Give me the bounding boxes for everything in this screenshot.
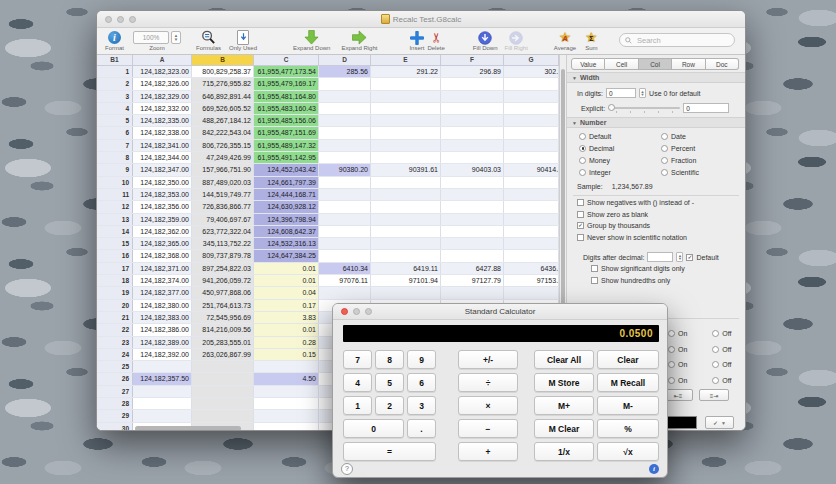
cell-A23[interactable]: 124,182,389.00 <box>133 337 192 348</box>
cell-D10[interactable] <box>319 177 371 188</box>
cell-D8[interactable] <box>319 152 371 163</box>
cell-D6[interactable] <box>319 127 371 138</box>
cell-C4[interactable]: 61,955,483,160.43 <box>254 103 319 114</box>
cell-G2[interactable] <box>504 78 559 89</box>
cell-A13[interactable]: 124,182,359.00 <box>133 214 192 225</box>
cell-C13[interactable]: 124,396,798.94 <box>254 214 319 225</box>
cell-B12[interactable]: 726,836,866.77 <box>192 201 254 212</box>
cell-E16[interactable] <box>371 250 441 261</box>
row-header-21[interactable]: 21 <box>97 312 133 323</box>
cell-E17[interactable]: 6419.11 <box>371 263 441 274</box>
horizontal-scrollbar[interactable] <box>135 426 241 431</box>
cell-C1[interactable]: 61,955,477,173.54 <box>254 66 319 77</box>
cell-C7[interactable]: 61,955,489,147.32 <box>254 140 319 151</box>
radio-default[interactable]: Default <box>579 130 661 142</box>
in-digits-input[interactable]: 0 <box>606 88 636 98</box>
cell-E5[interactable] <box>371 115 441 126</box>
column-header-B[interactable]: B <box>192 55 254 65</box>
off-radio[interactable] <box>712 377 719 384</box>
cell-A20[interactable]: 124,182,380.00 <box>133 300 192 311</box>
cell-A17[interactable]: 124,182,371.00 <box>133 263 192 274</box>
cell-F12[interactable] <box>441 201 504 212</box>
cell-A18[interactable]: 124,182,374.00 <box>133 275 192 286</box>
cell-G14[interactable] <box>504 226 559 237</box>
cell-C19[interactable]: 0.04 <box>254 287 319 298</box>
search-field[interactable] <box>619 33 735 47</box>
cell-F14[interactable] <box>441 226 504 237</box>
radio-button[interactable] <box>661 157 668 164</box>
cell-C12[interactable]: 124,630,928.12 <box>254 201 319 212</box>
checkbox[interactable]: ✓ <box>577 222 584 229</box>
row-header-2[interactable]: 2 <box>97 78 133 89</box>
cell-G8[interactable] <box>504 152 559 163</box>
cell-D1[interactable]: 285.56 <box>319 66 371 77</box>
radio-integer[interactable]: Integer <box>579 166 661 178</box>
average-button[interactable]: ★AAverage <box>554 28 576 51</box>
key-2[interactable]: 2 <box>375 396 404 415</box>
name-box[interactable]: B1 <box>97 55 133 65</box>
cell-D2[interactable] <box>319 78 371 89</box>
cell-A9[interactable]: 124,182,347.00 <box>133 164 192 175</box>
column-header-G[interactable]: G <box>504 55 559 65</box>
width-section-header[interactable]: ▼ Width <box>567 72 745 83</box>
cell-A16[interactable]: 124,182,368.00 <box>133 250 192 261</box>
cell-A12[interactable]: 124,182,356.00 <box>133 201 192 212</box>
checkbox-show-hundredths-only[interactable]: Show hundredths only <box>591 277 685 284</box>
cell-E12[interactable] <box>371 201 441 212</box>
cell-A6[interactable]: 124,182,338.00 <box>133 127 192 138</box>
cell-A7[interactable]: 124,182,341.00 <box>133 140 192 151</box>
cell-E6[interactable] <box>371 127 441 138</box>
cell-G5[interactable] <box>504 115 559 126</box>
row-header-20[interactable]: 20 <box>97 300 133 311</box>
cell-A28[interactable] <box>133 398 192 409</box>
delete-button[interactable]: ✂Delete <box>427 28 444 51</box>
key-sqrt[interactable]: √x <box>597 442 659 461</box>
fill-down-button[interactable]: Fill Down <box>473 28 498 51</box>
radio-percent[interactable]: Percent <box>661 142 741 154</box>
cell-C15[interactable]: 124,532,316.13 <box>254 238 319 249</box>
cell-D5[interactable] <box>319 115 371 126</box>
cell-F11[interactable] <box>441 189 504 200</box>
key-clear-all[interactable]: Clear All <box>534 350 594 369</box>
cell-A4[interactable]: 124,182,332.00 <box>133 103 192 114</box>
checkbox[interactable] <box>577 211 584 218</box>
radio-button[interactable] <box>579 169 586 176</box>
cell-B16[interactable]: 809,737,879.78 <box>192 250 254 261</box>
vertical-scrollbar-thumb[interactable] <box>561 69 565 309</box>
row-header-12[interactable]: 12 <box>97 201 133 212</box>
cell-B14[interactable]: 623,772,322.04 <box>192 226 254 237</box>
cell-F18[interactable]: 97127.79 <box>441 275 504 286</box>
cell-G17[interactable]: 6436.6 <box>504 263 559 274</box>
row-header-16[interactable]: 16 <box>97 250 133 261</box>
cell-G3[interactable] <box>504 91 559 102</box>
cell-B28[interactable] <box>192 398 254 409</box>
row-header-24[interactable]: 24 <box>97 349 133 360</box>
row-header-19[interactable]: 19 <box>97 287 133 298</box>
expand-right-button[interactable]: Expand Right <box>341 28 377 51</box>
cell-E4[interactable] <box>371 103 441 114</box>
indent-increase-button[interactable]: ≡⇥ <box>699 389 729 401</box>
row-header-22[interactable]: 22 <box>97 324 133 335</box>
cell-A19[interactable]: 124,182,377.00 <box>133 287 192 298</box>
cell-B22[interactable]: 814,216,009.56 <box>192 324 254 335</box>
key-0[interactable]: 0 <box>343 419 404 438</box>
cell-C29[interactable] <box>254 410 319 421</box>
default-checkbox[interactable]: ✓ <box>686 254 693 261</box>
cell-A3[interactable]: 124,182,329.00 <box>133 91 192 102</box>
cell-B6[interactable]: 842,222,543.04 <box>192 127 254 138</box>
cell-G19[interactable] <box>504 287 559 298</box>
key-4[interactable]: 4 <box>343 373 372 392</box>
cell-B27[interactable] <box>192 386 254 397</box>
column-header-A[interactable]: A <box>133 55 192 65</box>
off-radio[interactable] <box>712 361 719 368</box>
row-header-27[interactable]: 27 <box>97 386 133 397</box>
radio-button[interactable] <box>661 169 668 176</box>
tab-value[interactable]: Value <box>571 58 605 70</box>
cell-C2[interactable]: 61,955,479,169.17 <box>254 78 319 89</box>
expand-down-button[interactable]: Expand Down <box>293 28 330 51</box>
key-7[interactable]: 7 <box>343 350 372 369</box>
cell-D18[interactable]: 97076.11 <box>319 275 371 286</box>
cell-E14[interactable] <box>371 226 441 237</box>
cell-F15[interactable] <box>441 238 504 249</box>
key-9[interactable]: 9 <box>407 350 436 369</box>
